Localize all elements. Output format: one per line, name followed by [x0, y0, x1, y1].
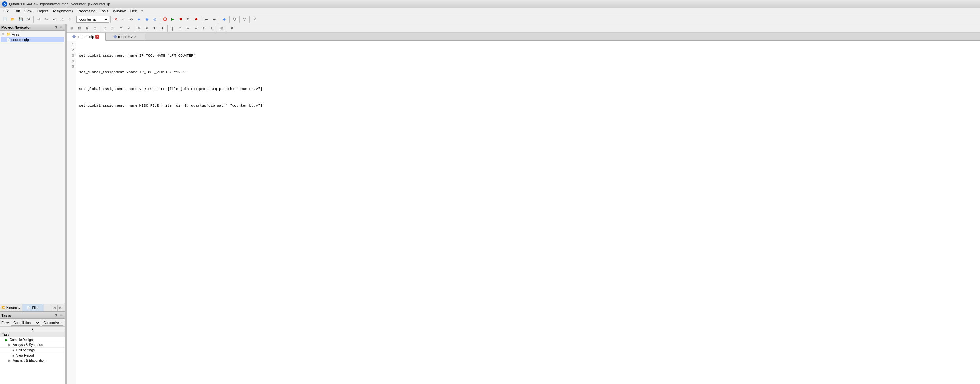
ed-left-arrow-btn[interactable]: ⇐	[185, 25, 192, 32]
tb-redo2-btn[interactable]: ↫	[51, 16, 58, 23]
menu-view[interactable]: View	[22, 9, 34, 13]
customize-btn[interactable]: Customize...	[42, 320, 64, 325]
tb-send-btn[interactable]: ⬡	[231, 16, 238, 23]
task-row-analysis-elaboration[interactable]: ▶ Analysis & Elaboration	[0, 358, 65, 363]
ed-next-btn[interactable]: ▷	[110, 25, 116, 32]
tb-blue3-btn[interactable]: ◎	[151, 16, 158, 23]
tab-files[interactable]: 📄 Files	[22, 304, 45, 311]
folder-icon: 📁	[6, 32, 11, 36]
menu-project[interactable]: Project	[35, 9, 49, 13]
tab-diamond-qip	[72, 35, 76, 38]
ed-prev-bookmark-btn[interactable]: ⬆	[151, 25, 158, 32]
ed-comment[interactable]: ⊠	[84, 25, 91, 32]
ed-next-bookmark-btn[interactable]: ⬇	[159, 25, 166, 32]
tb-compile-btn[interactable]: ✕	[112, 16, 119, 23]
tb-circ-btn[interactable]: ⭕	[161, 16, 169, 23]
tasks-pin-icon[interactable]: ⊡	[54, 313, 58, 318]
tree-item-counter-qip[interactable]: 📄 counter.qip	[1, 37, 64, 42]
tb-save-btn[interactable]: 💾	[17, 16, 24, 23]
tb-red-btn[interactable]: ⏺	[192, 16, 200, 23]
tab-expand-v[interactable]: ⤢	[134, 35, 137, 38]
nav-tabs-row: 🏗 Hierarchy 📄 Files ◁ ▷	[0, 304, 65, 311]
tb-back-btn[interactable]: ◁	[59, 16, 66, 23]
ed-clear-bookmark-btn[interactable]: ⊗	[143, 25, 150, 32]
tb-arrow-left-btn[interactable]: ⬅	[203, 16, 210, 23]
entity-dropdown[interactable]: counter_ip	[76, 16, 109, 22]
tb-sep-5	[201, 16, 202, 22]
tb-new-btn[interactable]: 📄	[1, 16, 8, 23]
menu-edit[interactable]: Edit	[12, 9, 22, 13]
tab-label-v: counter.v	[118, 35, 133, 38]
tb-redo-btn[interactable]: ↪	[43, 16, 50, 23]
menu-help[interactable]: Help	[128, 9, 140, 13]
tab-hierarchy[interactable]: 🏗 Hierarchy	[0, 304, 22, 311]
tb-start-btn[interactable]: ▶	[169, 16, 177, 23]
code-editor[interactable]: 1 2 3 4 5 set_global_assignment -name IP…	[67, 40, 980, 384]
ed-format-btn[interactable]: ≡	[177, 25, 184, 32]
scroll-up-btn[interactable]: ▲	[0, 327, 65, 332]
ed-jump-btn[interactable]: ↱	[117, 25, 124, 32]
code-content[interactable]: set_global_assignment -name IP_TOOL_NAME…	[76, 40, 980, 384]
tasks-header-icons: ⊡ ×	[54, 313, 64, 318]
tb-stop-btn[interactable]: ⏹	[177, 16, 184, 23]
tb-undo-btn[interactable]: ↩	[35, 16, 42, 23]
tb-arrow-right-btn[interactable]: ➡	[211, 16, 218, 23]
ed-grid-btn[interactable]: ⊞	[218, 25, 225, 32]
ed-uncomment[interactable]: ⊡	[91, 25, 99, 32]
tab-close-qip[interactable]: ×	[95, 35, 99, 38]
menu-assignments[interactable]: Assignments	[51, 9, 75, 13]
line-num-1: 1	[68, 42, 74, 48]
tree-label-counter-qip: counter.qip	[11, 38, 29, 41]
tab-counter-qip[interactable]: counter.qip ×	[67, 33, 106, 40]
ed-increase-indent[interactable]: ⊞	[68, 25, 75, 32]
tb-fwd-btn[interactable]: ▷	[66, 16, 73, 23]
task-row-view-report[interactable]: ■ View Report	[0, 353, 65, 358]
tb-triangle-btn[interactable]: ▽	[241, 16, 248, 23]
menu-tools[interactable]: Tools	[98, 9, 110, 13]
task-view-report-icon: ■	[13, 354, 14, 357]
ed-up-arrow-btn[interactable]: ⇑	[200, 25, 207, 32]
ed-right-arrow-btn[interactable]: ⇒	[192, 25, 199, 32]
tb-blue1-btn[interactable]: ◈	[135, 16, 143, 23]
ed-bookmark-btn[interactable]: ⊕	[135, 25, 142, 32]
tree-root-files[interactable]: ▽ 📁 Files	[1, 31, 64, 37]
navigator-close-icon[interactable]: ×	[59, 25, 64, 30]
tb-open-btn[interactable]: 📂	[9, 16, 16, 23]
tb-help-btn[interactable]: ?	[251, 16, 258, 23]
task-compile-text: Compile Design	[10, 338, 33, 341]
ed-down-arrow-btn[interactable]: ⇓	[208, 25, 215, 32]
tb-ipgen-btn[interactable]: ⚙	[128, 16, 135, 23]
navigator-pin-icon[interactable]: ⊡	[54, 25, 58, 30]
menu-arrow: ▾	[142, 9, 143, 13]
tb-blue2-btn[interactable]: ◉	[143, 16, 151, 23]
nav-arrow-left[interactable]: ◁	[51, 304, 57, 311]
task-row-analysis-synthesis[interactable]: ▶ Analysis & Synthesis	[0, 343, 65, 348]
tb-sep-9	[250, 16, 250, 22]
menu-window[interactable]: Window	[111, 9, 128, 13]
task-edit-settings-text: Edit Settings	[16, 348, 35, 352]
line-numbers: 1 2 3 4 5	[67, 40, 76, 384]
app-icon: Q	[2, 1, 7, 6]
ed-decrease-indent[interactable]: ⊟	[76, 25, 83, 32]
tb-analyze-btn[interactable]: ✓	[120, 16, 127, 23]
ed-prev-btn[interactable]: ◁	[102, 25, 109, 32]
ed-hash-btn[interactable]: #	[228, 25, 235, 32]
file-icon-qip: 📄	[6, 38, 10, 41]
ed-pipe-btn[interactable]: |	[169, 25, 176, 32]
tb-blue-diamond-btn[interactable]: ◆	[221, 16, 228, 23]
tasks-close-icon[interactable]: ×	[59, 313, 64, 318]
task-row-edit-settings[interactable]: ■ Edit Settings	[0, 348, 65, 353]
menu-processing[interactable]: Processing	[76, 9, 97, 13]
ed-back-jump-btn[interactable]: ↲	[125, 25, 132, 32]
line-num-4: 4	[68, 59, 74, 64]
flow-dropdown[interactable]: Compilation	[11, 320, 40, 325]
tb-reload-btn[interactable]: ⟳	[185, 16, 192, 23]
tasks-header: Tasks ⊡ ×	[0, 312, 65, 319]
task-edit-settings-icon: ■	[13, 348, 14, 352]
task-row-compile-design[interactable]: ▶ Compile Design	[0, 337, 65, 343]
nav-arrow-right[interactable]: ▷	[57, 304, 64, 311]
tb-save-all-btn[interactable]: 🖫	[25, 16, 32, 23]
tb-sep-8	[239, 16, 240, 22]
menu-file[interactable]: File	[1, 9, 11, 13]
tab-counter-v[interactable]: counter.v ⤢	[106, 33, 145, 40]
